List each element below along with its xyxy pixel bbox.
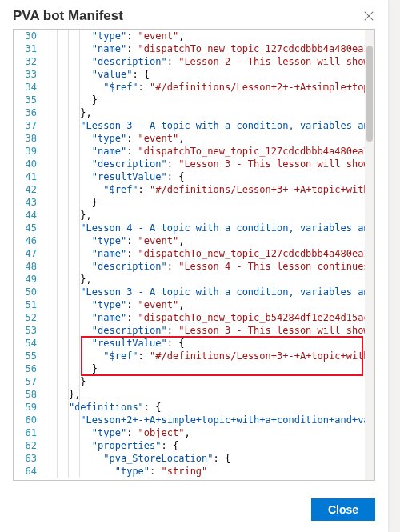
scrollbar-thumb[interactable] <box>366 46 373 142</box>
dialog-header: PVA bot Manifest <box>0 0 388 29</box>
close-icon[interactable] <box>362 10 375 22</box>
manifest-dialog: PVA bot Manifest 30313233343536373839404… <box>0 0 388 532</box>
line-gutter: 3031323334353637383940414243444546474849… <box>14 30 42 480</box>
close-button[interactable]: Close <box>311 498 375 521</box>
code-viewer: 3031323334353637383940414243444546474849… <box>13 29 375 481</box>
dialog-title: PVA bot Manifest <box>13 8 123 24</box>
dialog-footer: Close <box>0 489 388 532</box>
vertical-scrollbar[interactable] <box>365 30 374 480</box>
code-lines[interactable]: "type": "event", "name": "dispatchTo_new… <box>42 30 374 478</box>
